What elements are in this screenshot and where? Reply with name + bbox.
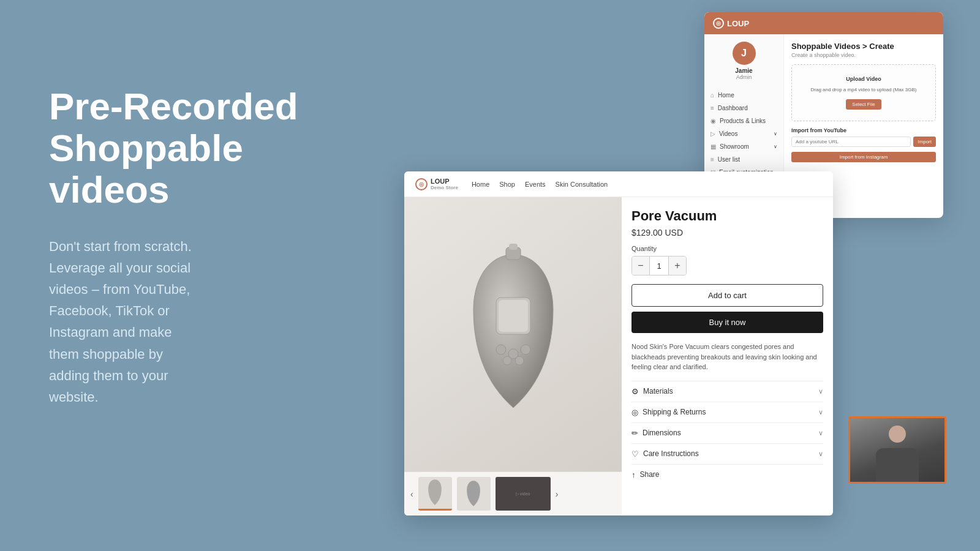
materials-label: Materials (643, 387, 673, 395)
admin-logo: ◎ LOUP (713, 18, 749, 29)
shop-panel: ◎ LOUP Demo Store Home Shop Events Skin … (404, 171, 833, 515)
shop-brand: LOUP Demo Store (431, 178, 458, 190)
video-thumbnail (850, 418, 944, 482)
shop-details: Pore Vacuum $129.00 USD Quantity − 1 + A… (622, 197, 833, 515)
svg-point-6 (521, 345, 530, 354)
youtube-url-input[interactable] (791, 137, 911, 147)
upload-drag-text: Drag and drop a mp4 video to upload (Max… (798, 87, 929, 92)
share-label: Share (640, 470, 660, 479)
accordion-care[interactable]: ♡ Care Instructions ∨ (631, 443, 823, 464)
shop-nav: ◎ LOUP Demo Store Home Shop Events Skin … (404, 171, 833, 197)
svg-rect-1 (509, 244, 518, 250)
thumbnail-2[interactable] (457, 477, 491, 511)
care-chevron: ∨ (818, 450, 823, 458)
nav-link-skin[interactable]: Skin Consultation (556, 181, 608, 188)
svg-point-7 (503, 356, 511, 365)
left-section: Pre-Recorded Shoppable videos Don't star… (49, 86, 368, 408)
nav-link-events[interactable]: Events (525, 181, 546, 188)
shop-nav-links: Home Shop Events Skin Consultation (472, 181, 608, 188)
admin-user: J Jamie Admin (704, 42, 783, 80)
care-icon: ♡ (631, 449, 639, 459)
main-product-image (404, 197, 622, 471)
thumbnail-1[interactable] (418, 477, 452, 511)
sidebar-item-videos[interactable]: ▷Videos ∨ (704, 127, 783, 140)
sidebar-item-products[interactable]: ◉Products & Links (704, 114, 783, 127)
svg-point-4 (496, 345, 506, 354)
admin-header: ◎ LOUP (704, 12, 943, 34)
import-youtube-button[interactable]: Import (913, 137, 936, 147)
accordion-shipping[interactable]: ◎ Shipping & Returns ∨ (631, 402, 823, 422)
svg-point-8 (515, 356, 524, 365)
care-label: Care Instructions (643, 449, 699, 458)
shipping-label: Shipping & Returns (643, 408, 706, 416)
shop-logo-symbol: ◎ (415, 178, 428, 190)
sidebar-item-userlist[interactable]: ≡User list (704, 153, 783, 166)
sidebar-item-showroom[interactable]: ▦Showroom ∨ (704, 140, 783, 153)
quantity-increase[interactable]: + (669, 257, 686, 275)
materials-icon: ⚙ (631, 387, 639, 396)
shop-body: ‹ ▷ video › (404, 197, 833, 515)
accordion-share[interactable]: ↑ Share (631, 464, 823, 485)
materials-chevron: ∨ (818, 388, 823, 395)
buy-now-button[interactable]: Buy it now (631, 312, 823, 333)
thumbnail-3[interactable]: ▷ video (496, 477, 551, 511)
svg-rect-3 (499, 300, 528, 332)
import-row: Import (791, 137, 936, 147)
thumbnail-strip: ‹ ▷ video › (404, 471, 622, 515)
sidebar-item-home[interactable]: ⌂Home (704, 89, 783, 102)
shipping-chevron: ∨ (818, 408, 823, 416)
thumb-next[interactable]: › (556, 489, 559, 499)
admin-avatar: J (733, 42, 756, 65)
sidebar-item-dashboard[interactable]: ≡Dashboard (704, 102, 783, 114)
person-head (889, 425, 906, 443)
quantity-control: − 1 + (631, 256, 687, 276)
dimensions-chevron: ∨ (818, 429, 823, 437)
nav-link-shop[interactable]: Shop (499, 181, 515, 188)
quantity-value: 1 (649, 257, 669, 275)
add-to-cart-button[interactable]: Add to cart (631, 284, 823, 307)
admin-logo-symbol: ◎ (713, 18, 724, 29)
admin-breadcrumb-sub: Create a shoppable video. (791, 52, 936, 58)
shop-images: ‹ ▷ video › (404, 197, 622, 515)
accordion-dimensions[interactable]: ✏ Dimensions ∨ (631, 422, 823, 443)
admin-name: Jamie (735, 67, 752, 74)
share-icon: ↑ (631, 470, 636, 479)
select-file-button[interactable]: Select File (846, 99, 881, 110)
import-instagram-button[interactable]: Import from Instagram (791, 152, 936, 162)
product-description: Nood Skin's Pore Vacuum clears congested… (631, 342, 823, 372)
product-title: Pore Vacuum (631, 208, 823, 224)
admin-breadcrumb-title: Shoppable Videos > Create (791, 42, 936, 51)
sub-text: Don't start from scratch. Leverage all y… (49, 236, 368, 408)
accordion-materials[interactable]: ⚙ Materials ∨ (631, 381, 823, 402)
product-price: $129.00 USD (631, 228, 823, 238)
shop-logo: ◎ LOUP Demo Store (415, 178, 458, 190)
nav-link-home[interactable]: Home (472, 181, 489, 188)
upload-label: Upload Video (798, 76, 929, 82)
import-label: Import from YouTube (791, 127, 936, 133)
dimensions-label: Dimensions (643, 429, 681, 437)
shipping-icon: ◎ (631, 408, 638, 417)
quantity-decrease[interactable]: − (632, 257, 649, 275)
video-overlay[interactable] (848, 416, 946, 484)
admin-role: Admin (736, 74, 752, 80)
person-body (876, 448, 919, 482)
quantity-label: Quantity (631, 245, 823, 252)
main-heading: Pre-Recorded Shoppable videos (49, 86, 368, 211)
import-section: Import from YouTube Import Import from I… (791, 127, 936, 162)
dimensions-icon: ✏ (631, 429, 638, 438)
admin-brand: LOUP (727, 19, 749, 28)
upload-box: Upload Video Drag and drop a mp4 video t… (791, 64, 936, 121)
thumb-prev[interactable]: ‹ (410, 489, 413, 499)
